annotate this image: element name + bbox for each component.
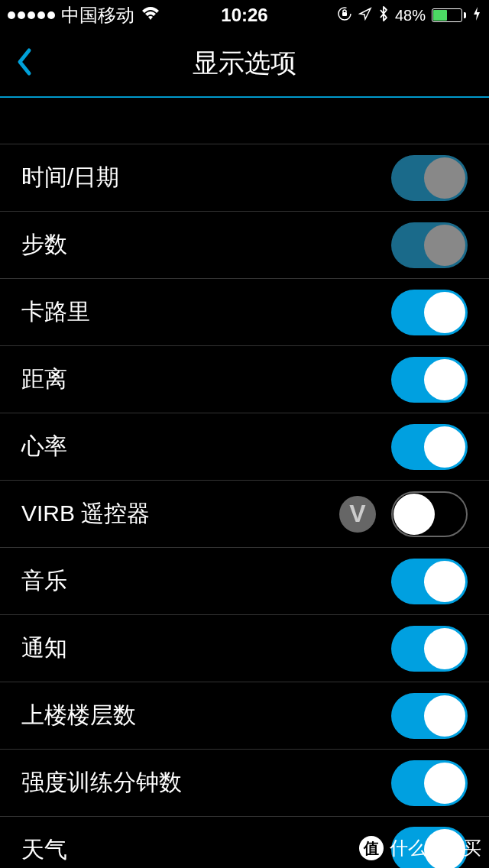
watermark: 值 什么值得买 [359, 836, 481, 860]
list-item: 时间/日期 [0, 144, 489, 211]
status-left: 中国移动 [8, 3, 160, 28]
toggle-switch[interactable] [391, 760, 468, 806]
row-controls [391, 222, 468, 268]
row-label: 距离 [21, 364, 67, 395]
row-label: 强度训练分钟数 [21, 767, 182, 798]
row-controls [391, 626, 468, 672]
toggle-knob [424, 359, 465, 400]
list-item: 心率 [0, 413, 489, 480]
row-controls [391, 424, 468, 470]
list-item: 音乐 [0, 547, 489, 614]
row-label: 卡路里 [21, 296, 90, 328]
virb-icon: V [339, 496, 376, 533]
row-label: 通知 [21, 633, 67, 664]
toggle-knob [393, 494, 435, 535]
toggle-switch[interactable] [391, 357, 468, 403]
svg-rect-1 [342, 12, 347, 16]
list-item: 强度训练分钟数 [0, 749, 489, 816]
row-controls: V [339, 491, 468, 537]
row-controls [391, 559, 468, 604]
battery-icon [432, 8, 466, 22]
watermark-icon: 值 [359, 836, 384, 860]
row-controls [391, 155, 468, 201]
list-item: 步数 [0, 211, 489, 278]
page-title: 显示选项 [0, 46, 489, 81]
signal-strength-icon [8, 11, 55, 19]
toggle-switch[interactable] [391, 693, 468, 739]
toggle-knob [424, 157, 465, 199]
wifi-icon [141, 5, 160, 26]
charging-icon [472, 6, 481, 25]
list-item: 通知 [0, 614, 489, 682]
toggle-knob [424, 628, 465, 669]
toggle-knob [424, 695, 465, 737]
status-bar: 中国移动 10:26 48% [0, 0, 489, 31]
carrier-label: 中国移动 [61, 3, 134, 28]
row-controls [391, 357, 468, 403]
list-item: 上楼楼层数 [0, 682, 489, 749]
status-right: 48% [337, 5, 481, 26]
toggle-switch[interactable] [391, 222, 468, 268]
toggle-knob [424, 763, 465, 804]
toggle-knob [424, 561, 465, 602]
orientation-lock-icon [337, 6, 352, 25]
bluetooth-icon [378, 5, 389, 26]
row-controls [391, 760, 468, 806]
row-label: 步数 [21, 229, 67, 261]
list-item: 卡路里 [0, 278, 489, 345]
toggle-switch[interactable] [391, 491, 468, 537]
row-label: 时间/日期 [21, 162, 119, 193]
watermark-text: 什么值得买 [390, 836, 481, 860]
nav-bar: 显示选项 [0, 31, 489, 98]
row-label: 心率 [21, 431, 67, 462]
row-label: 上楼楼层数 [21, 700, 136, 731]
location-icon [358, 7, 372, 24]
row-label: VIRB 遥控器 [21, 498, 150, 530]
toggle-knob [424, 426, 465, 468]
row-controls [391, 290, 468, 335]
toggle-switch[interactable] [391, 559, 468, 604]
row-label: 天气 [21, 834, 67, 866]
list-item: VIRB 遥控器V [0, 480, 489, 547]
toggle-switch[interactable] [391, 155, 468, 201]
battery-percent: 48% [395, 7, 426, 24]
toggle-switch[interactable] [391, 290, 468, 335]
settings-list: 时间/日期步数卡路里距离心率VIRB 遥控器V音乐通知上楼楼层数强度训练分钟数天… [0, 144, 489, 868]
toggle-knob [424, 225, 465, 266]
list-item: 距离 [0, 345, 489, 413]
toggle-knob [424, 292, 465, 333]
status-time: 10:26 [221, 5, 267, 26]
row-label: 音乐 [21, 565, 67, 597]
row-controls [391, 693, 468, 739]
back-button[interactable] [15, 47, 32, 79]
toggle-switch[interactable] [391, 626, 468, 672]
chevron-left-icon [15, 47, 32, 76]
toggle-switch[interactable] [391, 424, 468, 470]
